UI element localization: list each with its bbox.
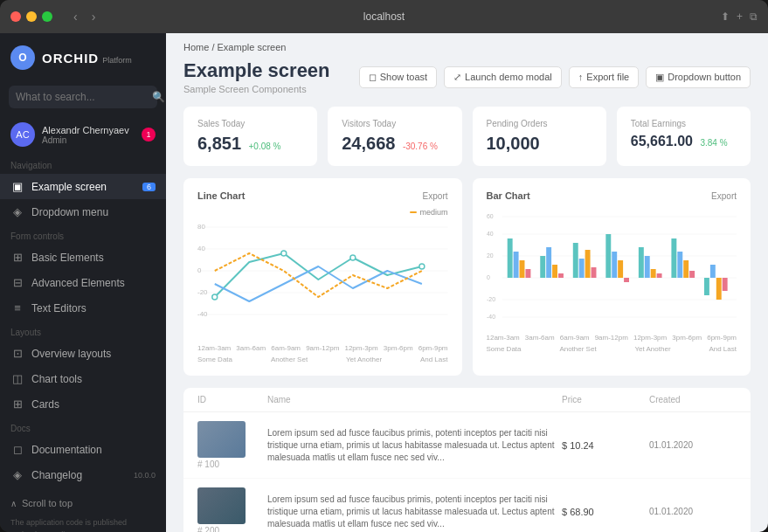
basic-icon: ⊞ [10,251,24,264]
col-id: ID [197,395,267,404]
modal-icon: ⤢ [453,72,461,83]
sidebar-item-label: Documentation [31,444,102,456]
notification-badge[interactable]: 1 [142,128,156,142]
titlebar: ‹ › localhost ⬆ + ⧉ [0,0,768,33]
show-toast-button[interactable]: ◻ Show toast [359,66,437,88]
line-chart-area: 80 40 0 -20 -40 [197,218,448,341]
row-price: $ 68.90 [562,507,649,517]
editor-icon: ≡ [10,301,24,314]
svg-text:-40: -40 [487,314,495,320]
bar-chart-x-labels: 12am-3am 3am-6am 6am-9am 9am-12pm 12pm-3… [487,334,737,342]
stat-value: 6,851 [197,134,241,153]
search-box[interactable]: 🔍 [9,86,157,108]
chart-legend-item: medium [410,208,447,217]
share-icon: ⬆ [721,10,730,23]
logo-text: ORCHID [42,51,99,66]
url-bar: localhost [363,10,405,23]
docs-icon: ◻ [10,443,24,456]
line-chart-card: Line Chart Export medium [183,178,462,376]
forward-button[interactable]: › [88,8,100,25]
chart-header: Line Chart Export [197,190,448,201]
svg-point-13 [419,264,425,269]
user-area: AC Alexandr Chernyaev Admin 1 [0,115,166,154]
advanced-icon: ⊟ [10,276,24,289]
stat-value: 65,661.00 [631,134,693,149]
traffic-lights [10,11,52,22]
sidebar-item-basic-elements[interactable]: ⊞ Basic Elements [0,245,166,270]
screen-icon: ▣ [10,180,24,193]
user-name: Alexandr Chernyaev [42,125,135,135]
form-section-label: Form controls [0,225,166,245]
svg-rect-53 [722,278,727,291]
row-name: Lorem ipsum sed ad fusce faucibus primis… [267,427,562,464]
sidebar-item-text-editors[interactable]: ≡ Text Editors [0,295,166,321]
sidebar: O ORCHID Platform 🔍 AC Alexandr [0,33,166,532]
id-cell: # 100 [197,421,267,469]
export-file-button[interactable]: ↑ Export file [569,66,639,88]
nav-section-label: Navigation [0,154,166,174]
chart-export-button[interactable]: Export [423,191,448,201]
svg-text:40: 40 [197,245,205,252]
sidebar-item-label: Dropdown menu [31,206,108,218]
tabs-icon: ⧉ [750,10,758,23]
bar-chart-area: 60 40 20 0 -20 -40 [487,208,737,330]
svg-rect-52 [716,278,721,300]
breadcrumb: Home / Example screen [166,33,768,56]
sidebar-item-label: Changelog [31,469,82,481]
search-icon: 🔍 [152,91,165,103]
page-header: Example screen Sample Screen Components … [166,56,768,107]
fullscreen-button[interactable] [42,11,52,22]
search-input[interactable] [16,91,147,103]
svg-text:80: 80 [197,223,205,231]
stat-label: Sales Today [197,119,303,128]
user-info: Alexandr Chernyaev Admin [42,125,135,145]
chart-x-labels: 12am-3am 3am-6am 6am-9am 9am-12pm 12pm-3… [197,344,448,352]
id-cell: # 200 [197,487,267,532]
svg-point-12 [350,255,356,260]
add-tab-icon: + [737,10,743,23]
svg-text:-20: -20 [487,296,495,302]
svg-rect-26 [507,238,512,278]
footer-text: The application code is publishedunder t… [10,517,156,532]
dropdown-button[interactable]: ▣ Dropdown button [646,66,751,88]
sidebar-item-label: Basic Elements [31,252,104,264]
close-button[interactable] [10,11,21,22]
svg-rect-50 [703,278,709,295]
table-header: ID Name Price Created [183,388,751,412]
svg-rect-30 [540,256,545,278]
bar-chart-group-labels: Some Data Another Set Yet Another And La… [487,345,737,353]
stat-card-earnings: Total Earnings 65,661.00 3.84 % [617,107,751,166]
svg-rect-48 [683,260,688,278]
sidebar-item-changelog[interactable]: ◈ Changelog 10.0.0 [0,462,166,487]
sidebar-item-chart-tools[interactable]: ◫ Chart tools [0,366,166,391]
bar-chart-card: Bar Chart Export 60 [473,178,751,376]
sidebar-item-dropdown-menu[interactable]: ◈ Dropdown menu [0,199,166,225]
scroll-to-top[interactable]: ∧ Scroll to top [10,494,156,512]
svg-rect-49 [689,271,695,278]
svg-text:-20: -20 [197,288,208,296]
back-button[interactable]: ‹ [70,8,81,25]
charts-row: Line Chart Export medium [166,178,768,388]
app-window: ‹ › localhost ⬆ + ⧉ O ORCHID Platform [0,0,768,532]
svg-text:0: 0 [487,274,490,280]
sidebar-item-overview-layouts[interactable]: ⊡ Overview layouts [0,341,166,366]
svg-text:60: 60 [487,213,494,219]
svg-rect-43 [644,256,649,278]
stat-change: +0.08 % [249,142,281,151]
row-price: $ 10.24 [562,440,649,451]
sidebar-item-cards[interactable]: ⊞ Cards [0,391,166,417]
svg-rect-39 [612,252,617,278]
sidebar-item-example-screen[interactable]: ▣ Example screen 6 [0,174,166,199]
sidebar-item-label: Text Editors [31,302,86,314]
launch-demo-modal-button[interactable]: ⤢ Launch demo modal [444,66,562,88]
sidebar-item-advanced-elements[interactable]: ⊟ Advanced Elements [0,270,166,295]
bar-chart-export[interactable]: Export [711,191,737,201]
stat-card-visitors: Visitors Today 24,668 -30.76 % [328,107,461,166]
sidebar-item-documentation[interactable]: ◻ Documentation [0,437,166,462]
export-icon: ↑ [578,72,584,82]
col-price: Price [562,395,649,404]
stat-value-row: 10,000 [487,134,592,154]
minimize-button[interactable] [26,11,37,22]
stat-label: Total Earnings [631,119,737,128]
row-id: # 200 [197,526,267,532]
